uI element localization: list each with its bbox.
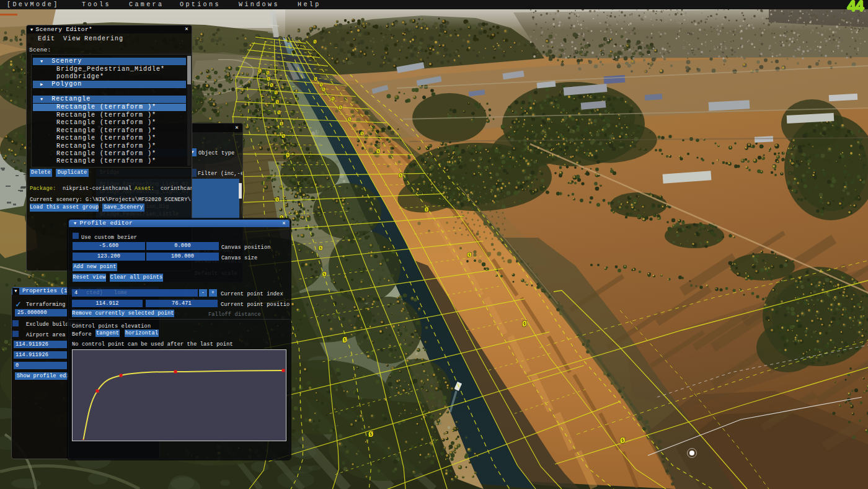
svg-text:Ø: Ø [286, 152, 290, 159]
svg-text:Ø: Ø [275, 99, 279, 105]
svg-text:Ø: Ø [281, 133, 285, 140]
svg-text:Ø: Ø [280, 120, 283, 127]
svg-text:Ø: Ø [314, 76, 317, 83]
svg-text:Ø: Ø [313, 39, 317, 45]
svg-text:Ø: Ø [270, 82, 273, 89]
svg-text:Ø: Ø [348, 116, 352, 123]
svg-text:Ø: Ø [376, 148, 380, 155]
svg-text:Ø: Ø [322, 270, 327, 278]
svg-text:Ø: Ø [274, 89, 278, 96]
svg-text:Ø: Ø [467, 251, 472, 259]
svg-text:Ø: Ø [339, 104, 342, 111]
svg-text:Ø: Ø [425, 206, 429, 213]
svg-text:Ø: Ø [522, 320, 527, 329]
svg-text:Ø: Ø [342, 336, 347, 345]
svg-text:Ø: Ø [319, 244, 323, 252]
svg-text:Ø: Ø [275, 196, 280, 204]
svg-text:Ø: Ø [620, 436, 625, 446]
svg-text:Ø: Ø [399, 172, 402, 179]
svg-text:Ø: Ø [331, 96, 335, 102]
svg-text:Ø: Ø [368, 430, 373, 439]
svg-text:Ø: Ø [322, 86, 326, 93]
svg-text:Ø: Ø [258, 68, 262, 74]
svg-text:Ø: Ø [277, 109, 281, 116]
svg-text:Ø: Ø [360, 130, 364, 137]
